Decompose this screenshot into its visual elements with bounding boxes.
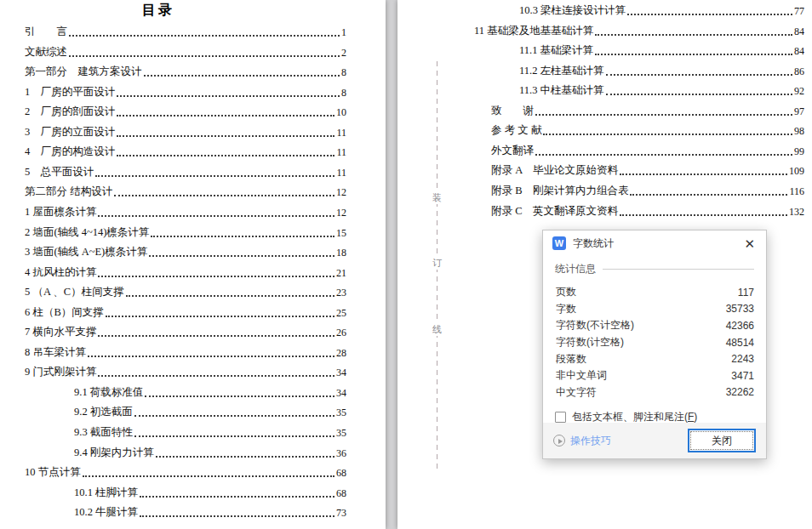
stat-row: 非中文单词3471 — [555, 367, 754, 384]
toc-entry: 11.2 左柱基础计算86 — [519, 65, 804, 78]
stat-value: 117 — [738, 287, 754, 299]
toc-entry: 10 节点计算68 — [25, 466, 346, 480]
tips-link-label: 操作技巧 — [570, 434, 611, 448]
toc-entry-text: 5 （A 、C）柱间支撑 — [25, 286, 124, 299]
toc-dot-leader — [606, 94, 792, 95]
toc-dot-leader — [140, 496, 335, 498]
toc-dot-leader — [117, 95, 340, 97]
toc-dot-leader — [69, 35, 340, 37]
toc-entry: 10.3 梁柱连接设计计算77 — [519, 4, 804, 18]
toc-page-number: 11 — [336, 127, 346, 139]
toc-entry-text: 外文翻译 — [491, 145, 534, 158]
toc-entry: 第一部分 建筑方案设计8 — [25, 65, 346, 79]
toc-dot-leader — [630, 194, 787, 196]
toc-entry: 8 吊车梁计算28 — [25, 346, 346, 360]
tips-link[interactable]: 操作技巧 — [553, 434, 611, 448]
toc-entry-text: 9.3 截面特性 — [74, 426, 133, 440]
toc-page-number: 11 — [336, 146, 346, 159]
toc-entry-text: 10.2 牛腿计算 — [74, 506, 138, 520]
word-count-dialog: W 字数统计 ✕ 统计信息 页数117字数35733字符数(不计空格)42366… — [542, 230, 767, 459]
toc-entry: 9 门式刚架计算34 — [25, 366, 346, 379]
toc-entry: 第二部分 结构设计12 — [25, 185, 346, 199]
stat-value: 3471 — [731, 370, 754, 382]
toc-page-number: 36 — [336, 447, 346, 460]
wps-writer-icon: W — [552, 236, 566, 250]
toc-entry: 引 言1 — [25, 26, 346, 39]
dialog-titlebar[interactable]: W 字数统计 ✕ — [543, 230, 766, 256]
stat-label: 页数 — [556, 285, 576, 299]
toc-dot-leader — [535, 154, 792, 156]
toc-dot-leader — [156, 456, 335, 458]
toc-page-number: 77 — [794, 5, 804, 18]
stat-row: 中文字符32262 — [555, 384, 754, 401]
toc-entry: 附录 A 毕业论文原始资料109 — [491, 164, 804, 178]
toc-entry: 9.2 初选截面35 — [74, 406, 346, 419]
toc-entry-text: 11 基础梁及地基基础计算 — [474, 25, 593, 38]
toc-entry-text: 第一部分 建筑方案设计 — [25, 65, 142, 79]
stat-label: 字数 — [556, 302, 576, 316]
toc-page-number: 84 — [794, 45, 804, 58]
include-footnotes-checkbox[interactable] — [555, 412, 566, 423]
close-icon[interactable]: ✕ — [742, 236, 757, 252]
dialog-title: 字数统计 — [573, 236, 614, 251]
toc-entry-text: 8 吊车梁计算 — [25, 346, 86, 360]
toc-page-number: 25 — [336, 307, 346, 320]
toc-dot-leader — [88, 356, 335, 357]
toc-entry: 11.1 基础梁计算84 — [519, 44, 804, 58]
toc-entry-text: 参 考 文 献 — [491, 124, 541, 138]
toc-dot-leader — [140, 515, 335, 517]
toc-entry: 11 基础梁及地基基础计算84 — [474, 25, 804, 38]
toc-dot-leader — [535, 114, 792, 116]
toc-page-number: 99 — [794, 145, 804, 158]
toc-entry-text: 9 门式刚架计算 — [25, 366, 96, 379]
toc-dot-leader — [98, 215, 335, 217]
toc-entry-text: 附录 C 英文翻译原文资料 — [491, 205, 618, 219]
toc-dot-leader — [69, 55, 340, 57]
toc-entry: 10.1 柱脚计算68 — [74, 486, 346, 500]
binding-line-char: 装 — [431, 191, 443, 204]
toc-page-number: 28 — [336, 347, 346, 360]
statistics-list: 页数117字数35733字符数(不计空格)42366字符数(计空格)48514段… — [555, 284, 754, 401]
toc-entry-text: 4 抗风柱的计算 — [25, 266, 96, 280]
toc-entry-text: 4 厂房的构造设计 — [25, 145, 115, 159]
toc-entry-text: 9.4 刚架内力计算 — [74, 447, 154, 460]
stat-row: 字符数(不计空格)42366 — [555, 317, 754, 334]
stat-label: 字符数(计空格) — [556, 335, 624, 350]
stat-label: 非中文单词 — [556, 368, 607, 383]
close-button[interactable]: 关闭 — [688, 429, 756, 452]
toc-entry-text: 7 横向水平支撑 — [25, 326, 96, 339]
toc-dot-leader — [151, 236, 335, 237]
toc-entry-text: 2 厂房的剖面设计 — [25, 105, 115, 119]
statistics-section-label: 统计信息 — [555, 262, 596, 276]
toc-entry-text: 致 谢 — [491, 105, 534, 118]
toc-page-number: 1 — [341, 26, 346, 39]
toc-entry: 9.4 刚架内力计算36 — [74, 447, 346, 460]
toc-entry-text: 5 总平面设计 — [25, 166, 94, 179]
toc-entry-text: 10 节点计算 — [25, 466, 81, 480]
toc-entry-text: 11.3 中柱基础计算 — [519, 84, 604, 98]
toc-dot-leader — [114, 195, 335, 196]
toc-entry-text: 6 柱（B）间支撑 — [25, 306, 104, 320]
toc-page-number: 21 — [336, 267, 346, 280]
toc-page-number: 8 — [341, 66, 346, 79]
toc-dot-leader — [543, 134, 792, 135]
toc-dot-leader — [106, 316, 335, 317]
toc-page-number: 73 — [336, 507, 346, 520]
toc-page-number: 11 — [336, 167, 346, 179]
toc-entry: 外文翻译99 — [491, 145, 804, 158]
toc-title: 目录 — [94, 2, 223, 20]
toc-dot-leader — [595, 54, 792, 55]
toc-dot-leader — [144, 75, 340, 77]
stat-label: 段落数 — [556, 352, 586, 367]
toc-entry-text: 第二部分 结构设计 — [25, 185, 112, 199]
toc-entry-text: 9.2 初选截面 — [74, 406, 133, 419]
toc-page-number: 34 — [336, 367, 346, 379]
toc-entry-text: 11.1 基础梁计算 — [519, 44, 593, 58]
toc-entry: 4 厂房的构造设计11 — [25, 145, 346, 159]
toc-dot-leader — [117, 135, 335, 137]
toc-dot-leader — [149, 255, 335, 257]
toc-page-number: 86 — [794, 65, 804, 78]
play-circle-icon — [553, 435, 565, 447]
toc-dot-leader — [606, 74, 792, 76]
dialog-body: 统计信息 页数117字数35733字符数(不计空格)42366字符数(计空格)4… — [543, 262, 766, 424]
